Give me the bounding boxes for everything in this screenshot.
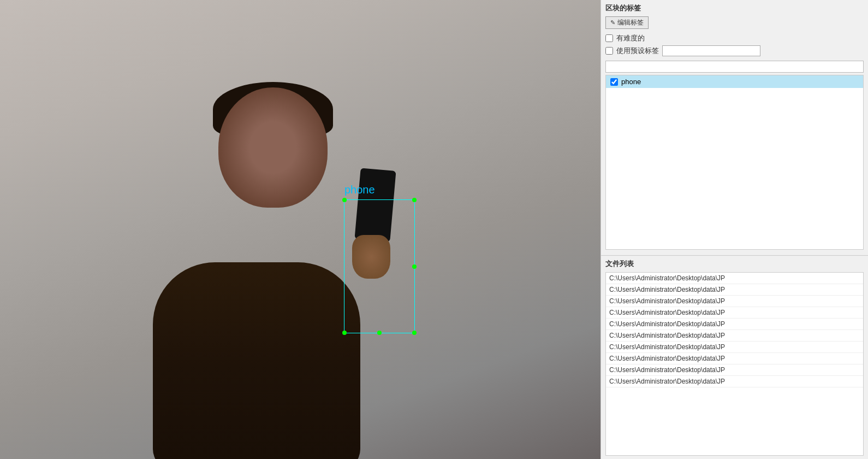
label-list: phone <box>605 75 864 250</box>
block-label-title: 区块的标签 <box>605 3 864 13</box>
file-list-item[interactable]: C:\Users\Administrator\Desktop\data\JP <box>606 273 863 284</box>
pencil-icon: ✎ <box>610 19 615 26</box>
phone-shape <box>354 168 396 242</box>
block-label-section: 区块的标签 ✎ 编辑标签 有难度的 使用预设标签 phone <box>601 0 868 256</box>
file-list-container: C:\Users\Administrator\Desktop\data\JPC:… <box>605 272 864 456</box>
file-list-item[interactable]: C:\Users\Administrator\Desktop\data\JP <box>606 296 863 307</box>
file-list-section: 文件列表 C:\Users\Administrator\Desktop\data… <box>601 256 868 459</box>
use-preset-label: 使用预设标签 <box>616 46 659 56</box>
file-list-item[interactable]: C:\Users\Administrator\Desktop\data\JP <box>606 284 863 296</box>
edit-label-button[interactable]: ✎ 编辑标签 <box>605 16 649 29</box>
file-list-item[interactable]: C:\Users\Administrator\Desktop\data\JP <box>606 319 863 330</box>
edit-label-text: 编辑标签 <box>617 18 644 27</box>
label-item-phone[interactable]: phone <box>606 75 863 88</box>
file-list-item[interactable]: C:\Users\Administrator\Desktop\data\JP <box>606 376 863 387</box>
body-shape <box>153 262 360 459</box>
preset-label-input[interactable] <box>662 45 760 56</box>
right-panel: 区块的标签 ✎ 编辑标签 有难度的 使用预设标签 phone <box>601 0 868 459</box>
difficult-label: 有难度的 <box>616 33 645 43</box>
head-shape <box>218 87 328 208</box>
use-preset-checkbox[interactable] <box>605 47 613 55</box>
file-list-title: 文件列表 <box>605 259 864 269</box>
file-list-item[interactable]: C:\Users\Administrator\Desktop\data\JP <box>606 353 863 364</box>
label-phone-checkbox[interactable] <box>610 78 618 86</box>
file-list-item[interactable]: C:\Users\Administrator\Desktop\data\JP <box>606 307 863 319</box>
label-search-input[interactable] <box>605 61 864 73</box>
file-list-item[interactable]: C:\Users\Administrator\Desktop\data\JP <box>606 330 863 342</box>
file-list-item[interactable]: C:\Users\Administrator\Desktop\data\JP <box>606 342 863 353</box>
image-canvas: phone <box>0 0 601 459</box>
difficult-checkbox[interactable] <box>605 34 613 42</box>
file-list-item[interactable]: C:\Users\Administrator\Desktop\data\JP <box>606 364 863 376</box>
hand-shape <box>352 235 390 279</box>
label-phone-text: phone <box>621 78 641 86</box>
